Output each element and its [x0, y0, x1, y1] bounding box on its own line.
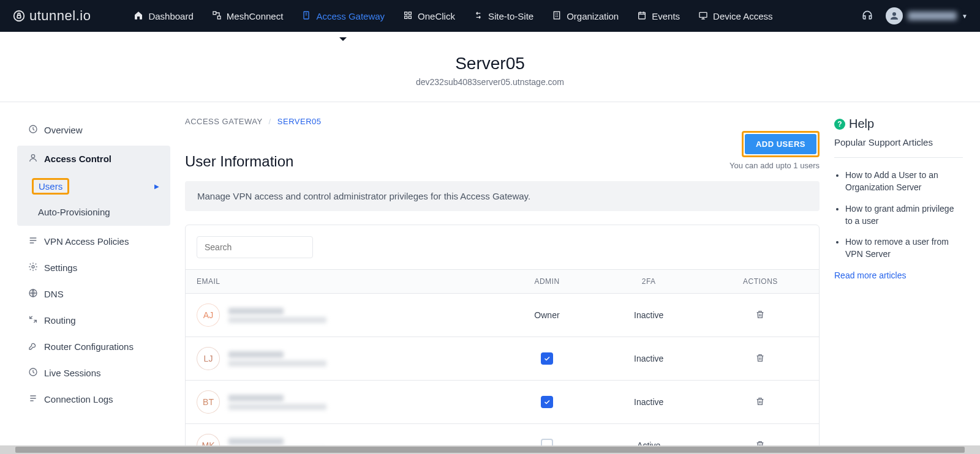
svg-point-12 — [892, 12, 896, 16]
clock-icon — [28, 367, 38, 379]
admin-checkbox-checked[interactable] — [541, 396, 553, 408]
page-title: User Information — [185, 153, 293, 170]
help-article-link[interactable]: How to grant admin privilege to a user — [845, 203, 963, 228]
svg-rect-11 — [699, 12, 707, 17]
user-quota-text: You can add upto 1 users — [729, 161, 820, 170]
nav-item-organization[interactable]: Organization — [543, 6, 627, 27]
mesh-icon — [212, 10, 222, 22]
logs-icon — [28, 393, 38, 405]
svg-rect-1 — [17, 15, 21, 18]
add-users-button[interactable]: ADD USERS — [745, 134, 816, 154]
oneclick-icon — [403, 10, 413, 22]
user-name-blurred — [908, 12, 957, 20]
tfa-status: Inactive — [634, 354, 663, 363]
user-email-blurred — [228, 360, 326, 367]
sidebar-item-dns[interactable]: DNS — [17, 281, 170, 307]
help-article-link[interactable]: How to remove a user from VPN Server — [845, 236, 963, 261]
nav-item-dashboard[interactable]: Dashboard — [125, 6, 202, 27]
user-initials-avatar: AJ — [197, 303, 220, 327]
sidebar-label: Routing — [44, 315, 76, 326]
user-text — [228, 351, 326, 367]
nav-item-site-to-site[interactable]: Site-to-Site — [465, 6, 542, 27]
nav-item-oneclick[interactable]: OneClick — [394, 6, 464, 27]
caret-down-icon: ▼ — [962, 13, 968, 20]
sidebar-item-settings[interactable]: Settings — [17, 255, 170, 281]
top-nav: utunnel.io DashboardMeshConnectAccess Ga… — [0, 0, 980, 32]
user-text — [228, 395, 326, 410]
tfa-status: Inactive — [634, 310, 663, 320]
table-row: BTInactive — [186, 381, 819, 424]
home-icon — [134, 10, 143, 22]
gear-icon — [28, 262, 38, 274]
page-header: Server05 dev232sub4083server05.utnstage.… — [0, 32, 980, 102]
support-icon[interactable] — [861, 9, 873, 23]
nav-label: OneClick — [418, 11, 455, 21]
breadcrumb: ACCESS GATEWAY / SERVER05 — [185, 117, 820, 126]
user-menu[interactable]: ▼ — [886, 7, 968, 24]
help-article-list: How to Add a User to an Organization Ser… — [834, 169, 963, 261]
title-right: ADD USERS You can add upto 1 users — [729, 131, 820, 170]
nav-label: Site-to-Site — [488, 11, 533, 21]
org-icon — [552, 10, 562, 22]
sidebar-item-router-configurations[interactable]: Router Configurations — [17, 333, 170, 360]
sidebar-sub-users[interactable]: Users▶ — [17, 172, 170, 201]
sidebar-label: Settings — [44, 262, 77, 273]
admin-owner-label: Owner — [534, 310, 559, 320]
sidebar-label: DNS — [44, 289, 64, 299]
user-icon — [28, 153, 38, 165]
user-table-card: EMAIL ADMIN 2FA ACTIONS AJOwnerInactiveL… — [185, 225, 820, 454]
nav-item-events[interactable]: Events — [628, 6, 688, 27]
sidebar-item-access-control[interactable]: Access Control — [17, 146, 170, 172]
svg-rect-10 — [639, 12, 646, 19]
sidebar-sub-auto-provisioning[interactable]: Auto-Provisioning — [17, 201, 170, 223]
user-cell: BT — [197, 390, 487, 414]
svg-rect-5 — [405, 12, 407, 14]
wrench-icon — [28, 341, 38, 352]
svg-point-14 — [31, 155, 34, 158]
add-users-highlight: ADD USERS — [742, 131, 820, 157]
svg-rect-6 — [409, 12, 411, 14]
sidebar-label: Router Configurations — [44, 341, 134, 352]
users-table: EMAIL ADMIN 2FA ACTIONS AJOwnerInactiveL… — [186, 269, 819, 454]
svg-rect-2 — [213, 12, 216, 15]
sidebar-label: Live Sessions — [44, 368, 101, 378]
user-name-blurred — [228, 438, 284, 445]
sidebar-label: Connection Logs — [44, 394, 113, 404]
col-2fa: 2FA — [595, 270, 701, 294]
table-row: LJInactive — [186, 337, 819, 381]
delete-user-button[interactable] — [755, 398, 765, 408]
breadcrumb-sep: / — [269, 117, 271, 126]
help-article-link[interactable]: How to Add a User to an Organization Ser… — [845, 169, 963, 194]
search-wrap — [186, 236, 819, 269]
sidebar-item-vpn-access-policies[interactable]: VPN Access Policies — [17, 228, 170, 255]
search-input[interactable] — [197, 236, 313, 258]
horizontal-scrollbar[interactable] — [0, 445, 980, 454]
sidebar-label: Overview — [44, 125, 83, 135]
delete-user-button[interactable] — [755, 355, 765, 365]
sidebar-group-access-control: Access ControlUsers▶Auto-Provisioning — [17, 146, 170, 226]
user-email-blurred — [228, 317, 326, 323]
sidebar-item-live-sessions[interactable]: Live Sessions — [17, 360, 170, 386]
server-title: Server05 — [0, 54, 980, 73]
user-name-blurred — [228, 351, 284, 358]
nav-item-meshconnect[interactable]: MeshConnect — [203, 6, 292, 27]
brand-lock-icon — [12, 9, 26, 23]
breadcrumb-root[interactable]: ACCESS GATEWAY — [185, 117, 262, 126]
sidebar-highlight: Users — [32, 178, 69, 195]
svg-rect-9 — [554, 12, 559, 19]
sidebar-item-connection-logs[interactable]: Connection Logs — [17, 386, 170, 412]
admin-checkbox-checked[interactable] — [541, 352, 553, 365]
title-row: User Information ADD USERS You can add u… — [185, 131, 820, 170]
nav-label: Events — [652, 11, 680, 21]
read-more-link[interactable]: Read more articles — [834, 270, 907, 280]
sidebar-item-overview[interactable]: Overview — [17, 117, 170, 143]
breadcrumb-current[interactable]: SERVER05 — [277, 117, 322, 126]
nav-item-access-gateway[interactable]: Access Gateway — [293, 6, 393, 27]
sidebar-item-routing[interactable]: Routing — [17, 307, 170, 333]
delete-user-button[interactable] — [755, 311, 765, 321]
nav-item-device-access[interactable]: Device Access — [690, 6, 782, 27]
user-name-blurred — [228, 395, 284, 401]
help-question-icon: ? — [834, 119, 845, 130]
brand-logo[interactable]: utunnel.io — [12, 8, 91, 24]
user-initials-avatar: BT — [197, 390, 220, 414]
